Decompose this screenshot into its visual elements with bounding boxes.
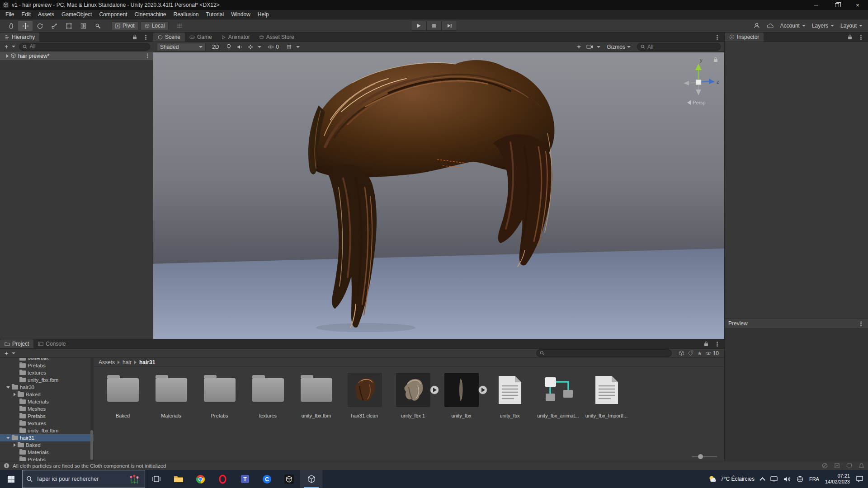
transform-tool-button[interactable] [76,21,90,31]
menu-window[interactable]: Window [227,10,254,19]
scale-tool-button[interactable] [47,21,61,31]
breadcrumb-hair[interactable]: hair [123,359,132,366]
collab-icon[interactable] [753,22,760,29]
taskbar-search[interactable] [22,470,145,488]
kebab-menu-icon[interactable] [857,320,864,327]
pause-button[interactable] [426,21,442,31]
tree-item[interactable]: textures [0,369,94,376]
favorites-icon[interactable]: ★ [696,350,703,357]
chevron-down-icon[interactable] [597,46,600,48]
menu-tutorial[interactable]: Tutorial [203,10,228,19]
thumbnail-size-slider[interactable] [692,456,717,457]
tab-game[interactable]: Game [185,33,217,42]
asset-folder-unity-fbx-fbm[interactable]: unity_fbx.fbm [292,372,340,461]
kebab-menu-icon[interactable] [713,33,721,41]
weather-widget[interactable]: 7°C Éclaircies [708,475,755,483]
preview-section-header[interactable]: Preview [725,319,868,328]
notifications-status-icon[interactable] [859,463,864,469]
chevron-down-icon[interactable] [12,352,15,354]
effects-dropdown-icon[interactable] [247,43,254,51]
lighting-toggle-icon[interactable] [225,43,232,51]
hidden-icons-chevron[interactable] [760,477,765,483]
menu-help[interactable]: Help [254,10,273,19]
asset-unity-fbx-importinfo[interactable]: unity_fbx_ImportI... [582,372,631,461]
layout-dropdown[interactable]: Layout [840,23,863,29]
project-search-input[interactable] [547,350,668,357]
tree-item[interactable]: Prefabs [0,456,94,461]
play-preview-icon[interactable] [478,385,487,394]
tree-item[interactable]: textures [0,420,94,427]
taskbar-clock[interactable]: 07:21 14/02/2023 [825,473,850,485]
gizmo-center-cube[interactable] [696,80,701,85]
asset-folder-baked[interactable]: Baked [99,372,147,461]
progress-status-icon[interactable] [834,463,840,469]
menu-edit[interactable]: Edit [18,10,34,19]
lock-icon[interactable] [846,33,854,41]
menu-component[interactable]: Component [95,10,131,19]
asset-unity-fbx-model[interactable]: unity_fbx [437,372,486,461]
asset-hair31-clean[interactable]: hair31 clean [340,372,389,461]
rotate-tool-button[interactable] [33,21,47,31]
scene-search-input[interactable] [647,44,717,50]
search-by-type-icon[interactable] [678,350,685,357]
menu-assets[interactable]: Assets [34,10,58,19]
chevron-down-icon[interactable] [296,46,300,48]
snap-settings-button[interactable] [172,21,187,31]
play-preview-icon[interactable] [430,385,439,394]
down-axis-handle[interactable] [696,89,701,95]
menu-reallusion[interactable]: Reallusion [170,10,203,19]
gizmo-lock-icon[interactable] [713,57,718,62]
pivot-toggle-button[interactable]: Pivot [111,21,139,30]
tree-item[interactable]: Baked [0,441,94,449]
tree-item[interactable]: Materials [0,358,94,362]
blue-c-app-button[interactable]: C [256,470,278,488]
account-dropdown[interactable]: Account [780,23,806,29]
minimize-button[interactable] [806,0,826,10]
expand-arrow-icon[interactable] [6,437,10,439]
toggle-2d-button[interactable]: 2D [209,43,222,51]
collapse-arrow-icon[interactable] [14,443,16,447]
chevron-down-icon[interactable] [12,46,15,47]
tree-item[interactable]: unity_fbx.fbm [0,376,94,384]
unity-hub-button[interactable] [278,470,300,488]
local-toggle-button[interactable]: Local [141,21,169,30]
teams-button[interactable]: T [234,470,256,488]
taskbar-search-input[interactable] [36,476,124,482]
kebab-menu-icon[interactable] [144,52,151,60]
asset-folder-textures[interactable]: textures [244,372,292,461]
expand-arrow-icon[interactable] [6,386,10,389]
tree-scrollbar[interactable] [90,358,93,461]
tree-item[interactable]: Meshes [0,405,94,413]
add-asset-button[interactable]: + [3,350,10,357]
tree-item[interactable]: hair30 [0,384,94,391]
close-button[interactable]: × [847,0,868,10]
slider-knob[interactable] [698,454,703,459]
status-bar[interactable]: All cloth particles are fixed so the Clo… [0,461,868,470]
tab-project[interactable]: Project [0,339,33,348]
menu-file[interactable]: File [2,10,18,19]
rect-tool-button[interactable] [61,21,76,31]
kebab-menu-icon[interactable] [857,33,864,41]
shading-mode-dropdown[interactable]: Shaded [157,43,206,51]
project-search[interactable] [536,349,672,357]
chrome-button[interactable] [189,470,212,488]
asset-folder-materials[interactable]: Materials [147,372,195,461]
tree-item[interactable]: Prefabs [0,362,94,369]
asset-unity-fbx-1[interactable]: unity_fbx 1 [389,372,437,461]
layers-dropdown[interactable]: Layers [812,23,834,29]
tree-item[interactable]: unity_fbx.fbm [0,427,94,434]
tree-item[interactable]: Materials [0,449,94,456]
tab-scene[interactable]: Scene [153,33,185,42]
restore-button[interactable] [826,0,847,10]
cache-status-icon[interactable] [822,463,828,469]
kebab-menu-icon[interactable] [142,33,149,41]
tool-settings-icon[interactable] [575,43,582,51]
kebab-menu-icon[interactable] [713,340,721,347]
volume-icon[interactable] [783,476,791,482]
scene-viewport[interactable]: y z Persp [153,52,724,339]
grid-visibility-icon[interactable] [285,43,292,51]
task-view-button[interactable] [145,470,167,488]
keyboard-language[interactable]: FRA [809,476,819,482]
hand-tool-button[interactable] [4,21,18,31]
lock-icon[interactable] [703,340,710,347]
